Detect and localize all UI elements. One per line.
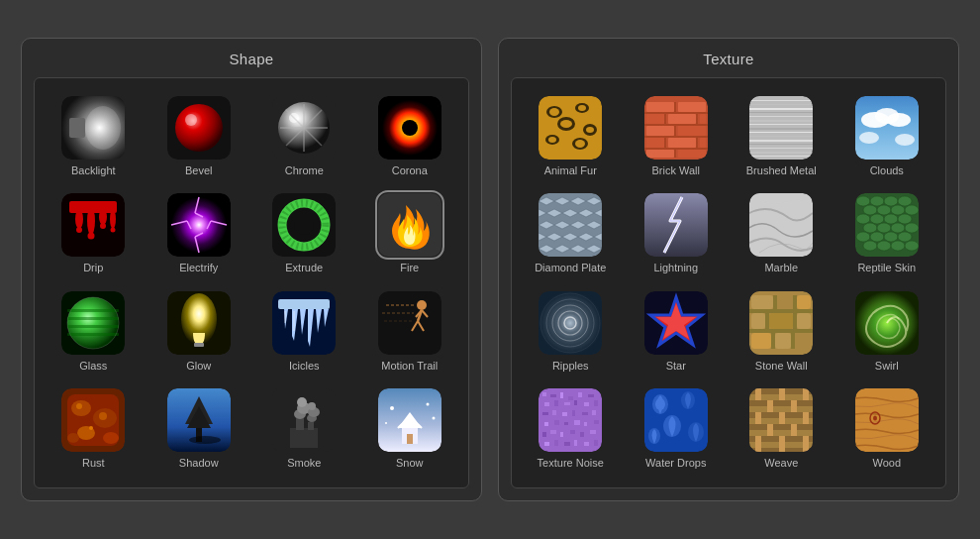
svg-rect-258 (582, 412, 588, 415)
svg-point-92 (297, 397, 307, 407)
icon-label-icicles: Icicles (289, 360, 320, 373)
icon-img-corona (378, 96, 441, 160)
panel-shape: Shape Backlight Bevel (21, 38, 482, 501)
icon-item-reptile-skin[interactable]: Reptile Skin (836, 187, 938, 280)
icon-item-diamond-plate[interactable]: Diamond Plate (520, 187, 622, 280)
svg-point-76 (103, 432, 119, 444)
svg-point-39 (294, 215, 314, 235)
icon-img-rust (61, 388, 125, 452)
icon-label-water-drops: Water Drops (645, 457, 706, 470)
icon-item-animal-fur[interactable]: Animal Fur (520, 90, 622, 183)
svg-rect-88 (296, 418, 304, 430)
svg-rect-46 (67, 333, 119, 336)
icon-item-swirl[interactable]: Swirl (836, 285, 938, 378)
svg-rect-99 (407, 434, 413, 444)
svg-rect-122 (700, 114, 706, 124)
icon-item-corona[interactable]: Corona (359, 90, 461, 183)
svg-point-25 (111, 228, 116, 233)
svg-rect-139 (696, 138, 698, 148)
svg-rect-142 (749, 100, 813, 101)
svg-rect-298 (779, 436, 785, 452)
icon-item-fire[interactable]: Fire (359, 187, 461, 280)
svg-rect-276 (584, 442, 589, 446)
icon-label-ripples: Ripples (552, 360, 589, 373)
svg-point-22 (99, 209, 107, 225)
icon-item-icicles[interactable]: Icicles (253, 285, 355, 378)
svg-rect-234 (773, 295, 777, 309)
svg-point-191 (884, 196, 898, 206)
svg-rect-145 (749, 112, 813, 113)
icon-item-rust[interactable]: Rust (43, 382, 145, 476)
icon-item-brushed-metal[interactable]: Brushed Metal (731, 90, 833, 183)
svg-rect-232 (749, 309, 813, 313)
svg-point-306 (873, 415, 877, 420)
icon-img-drip (61, 193, 125, 257)
icon-item-clouds[interactable]: Clouds (836, 90, 938, 183)
svg-rect-140 (674, 150, 676, 158)
svg-rect-256 (562, 412, 567, 416)
svg-rect-292 (755, 412, 761, 424)
svg-point-193 (863, 205, 877, 215)
svg-point-100 (390, 406, 394, 410)
icon-item-brick-wall[interactable]: Brick Wall (626, 90, 728, 183)
icon-item-chrome[interactable]: Chrome (253, 90, 355, 183)
icon-item-water-drops[interactable]: Water Drops (626, 382, 728, 476)
svg-point-101 (426, 402, 429, 405)
icon-item-wood[interactable]: Wood (836, 382, 938, 476)
icon-item-backlight[interactable]: Backlight (43, 90, 145, 183)
icon-img-lightning (644, 193, 708, 257)
icon-item-smoke[interactable]: Smoke (253, 382, 355, 476)
svg-rect-126 (668, 138, 696, 148)
svg-point-5 (185, 114, 197, 126)
icon-item-weave[interactable]: Weave (731, 382, 833, 476)
svg-point-2 (85, 106, 121, 150)
icon-label-fire: Fire (400, 262, 419, 274)
svg-rect-265 (594, 420, 599, 424)
svg-rect-133 (644, 148, 708, 150)
icon-item-stone-wall[interactable]: Stone Wall (731, 285, 833, 378)
svg-rect-266 (542, 432, 546, 437)
svg-rect-291 (755, 388, 761, 400)
icon-item-lightning[interactable]: Lightning (626, 187, 728, 280)
icon-label-backlight: Backlight (71, 164, 116, 177)
icon-item-bevel[interactable]: Bevel (148, 90, 250, 183)
panel-inner-texture: Animal Fur Brick Wall (511, 77, 946, 488)
svg-rect-273 (554, 440, 558, 446)
icon-item-shadow[interactable]: Shadow (148, 382, 250, 476)
icon-img-chrome (272, 96, 336, 160)
svg-rect-247 (588, 394, 594, 397)
svg-point-160 (887, 113, 911, 127)
svg-rect-257 (572, 410, 575, 416)
icon-img-extrude (272, 193, 336, 257)
icon-img-bevel (167, 96, 231, 160)
icon-img-smoke (272, 388, 336, 452)
icon-item-texture-noise[interactable]: Texture Noise (520, 382, 622, 476)
icon-label-swirl: Swirl (875, 360, 899, 373)
svg-rect-120 (646, 114, 664, 124)
main-container: Shape Backlight Bevel (5, 22, 975, 517)
icon-label-smoke: Smoke (287, 457, 321, 470)
svg-rect-152 (749, 140, 813, 142)
icon-item-star[interactable]: Star (626, 285, 728, 378)
svg-rect-129 (678, 150, 706, 158)
icon-item-motion-trail[interactable]: Motion Trail (359, 285, 461, 378)
svg-rect-228 (797, 313, 811, 329)
icon-item-glow[interactable]: Glow (148, 285, 250, 378)
svg-rect-134 (674, 102, 676, 112)
icon-item-ripples[interactable]: Ripples (520, 285, 622, 378)
icon-img-backlight (61, 96, 125, 160)
icon-item-drip[interactable]: Drip (43, 187, 145, 280)
icon-item-marble[interactable]: Marble (731, 187, 833, 280)
icon-img-water-drops (644, 388, 708, 452)
icon-item-snow[interactable]: Snow (359, 382, 461, 476)
icon-item-electrify[interactable]: Electrify (148, 187, 250, 280)
icon-label-electrify: Electrify (179, 262, 218, 274)
svg-rect-151 (749, 136, 813, 137)
svg-rect-153 (749, 144, 813, 145)
svg-point-198 (870, 214, 884, 224)
icon-label-texture-noise: Texture Noise (538, 457, 604, 470)
svg-rect-268 (560, 432, 563, 437)
icon-item-glass[interactable]: Glass (43, 285, 145, 378)
icon-item-extrude[interactable]: Extrude (253, 187, 355, 280)
icon-img-marble (749, 193, 813, 257)
